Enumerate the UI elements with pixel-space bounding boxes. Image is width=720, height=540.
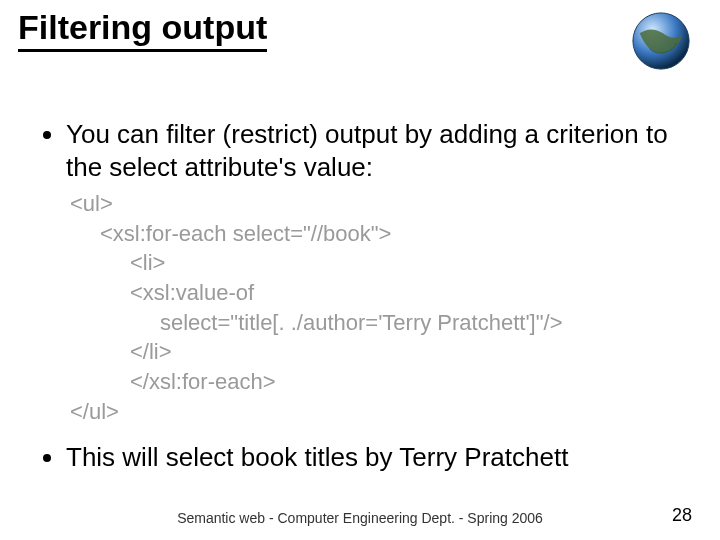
page-number: 28 xyxy=(672,505,692,526)
code-line: <xsl:value-of xyxy=(70,278,680,308)
code-line: </ul> xyxy=(70,399,119,424)
slide: { "title": "Filtering output", "bullets"… xyxy=(0,0,720,540)
code-block: <ul> <xsl:for-each select="//book"> <li>… xyxy=(70,189,680,427)
slide-body: You can filter (restrict) output by addi… xyxy=(40,118,680,479)
code-line: select="title[. ./author='Terry Pratchet… xyxy=(70,308,680,338)
code-line: <li> xyxy=(70,248,680,278)
code-line: <ul> xyxy=(70,191,113,216)
slide-title: Filtering output xyxy=(18,8,267,52)
globe-icon xyxy=(630,10,692,72)
bullet-1: You can filter (restrict) output by addi… xyxy=(66,118,680,183)
code-line: </xsl:for-each> xyxy=(70,367,680,397)
code-line: <xsl:for-each select="//book"> xyxy=(70,219,680,249)
bullet-2: This will select book titles by Terry Pr… xyxy=(66,441,680,474)
footer-text: Semantic web - Computer Engineering Dept… xyxy=(0,510,720,526)
code-line: </li> xyxy=(70,337,680,367)
